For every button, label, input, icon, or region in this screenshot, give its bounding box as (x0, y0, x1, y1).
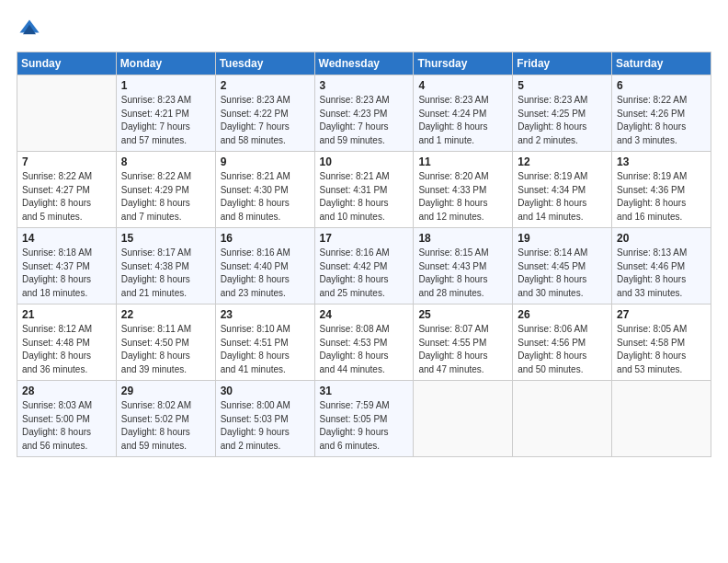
day-info: Sunrise: 8:16 AM Sunset: 4:40 PM Dayligh… (221, 247, 310, 300)
day-info: Sunrise: 8:22 AM Sunset: 4:27 PM Dayligh… (22, 170, 111, 224)
day-number: 29 (121, 385, 210, 397)
calendar-header-wednesday: Wednesday (314, 52, 414, 75)
day-info: Sunrise: 8:21 AM Sunset: 4:31 PM Dayligh… (320, 170, 409, 224)
day-info: Sunrise: 8:19 AM Sunset: 4:36 PM Dayligh… (617, 170, 706, 224)
day-number: 12 (518, 155, 607, 168)
day-number: 9 (221, 155, 310, 168)
calendar-cell: 10Sunrise: 8:21 AM Sunset: 4:31 PM Dayli… (314, 152, 414, 228)
calendar-cell: 19Sunrise: 8:14 AM Sunset: 4:45 PM Dayli… (513, 228, 612, 304)
day-info: Sunrise: 8:20 AM Sunset: 4:33 PM Dayligh… (418, 170, 507, 224)
logo (17, 17, 46, 42)
calendar-week-row: 7Sunrise: 8:22 AM Sunset: 4:27 PM Daylig… (17, 152, 711, 228)
calendar-cell: 8Sunrise: 8:22 AM Sunset: 4:29 PM Daylig… (116, 152, 215, 228)
calendar-cell: 5Sunrise: 8:23 AM Sunset: 4:25 PM Daylig… (513, 75, 612, 152)
day-info: Sunrise: 8:10 AM Sunset: 4:51 PM Dayligh… (221, 323, 310, 376)
header (17, 17, 711, 42)
day-number: 11 (418, 155, 507, 168)
day-info: Sunrise: 8:12 AM Sunset: 4:48 PM Dayligh… (22, 323, 111, 376)
day-number: 18 (418, 232, 507, 245)
calendar-cell: 18Sunrise: 8:15 AM Sunset: 4:43 PM Dayli… (414, 228, 513, 304)
calendar-cell (612, 381, 711, 457)
day-info: Sunrise: 8:07 AM Sunset: 4:55 PM Dayligh… (418, 323, 507, 376)
day-number: 7 (22, 155, 111, 168)
day-info: Sunrise: 8:11 AM Sunset: 4:50 PM Dayligh… (121, 323, 210, 376)
calendar-header-thursday: Thursday (414, 52, 513, 75)
day-number: 25 (418, 308, 507, 321)
calendar-cell: 15Sunrise: 8:17 AM Sunset: 4:38 PM Dayli… (116, 228, 215, 304)
day-number: 15 (121, 232, 210, 245)
calendar-cell (513, 381, 612, 457)
calendar-table: SundayMondayTuesdayWednesdayThursdayFrid… (17, 52, 711, 457)
day-info: Sunrise: 8:23 AM Sunset: 4:22 PM Dayligh… (221, 94, 310, 147)
day-number: 23 (221, 308, 310, 321)
day-number: 6 (617, 79, 706, 92)
day-info: Sunrise: 8:06 AM Sunset: 4:56 PM Dayligh… (518, 323, 607, 376)
day-info: Sunrise: 8:23 AM Sunset: 4:21 PM Dayligh… (121, 94, 210, 147)
calendar-cell: 3Sunrise: 8:23 AM Sunset: 4:23 PM Daylig… (314, 75, 414, 152)
day-number: 5 (518, 79, 607, 92)
day-info: Sunrise: 8:18 AM Sunset: 4:37 PM Dayligh… (22, 247, 111, 300)
day-number: 24 (320, 308, 409, 321)
day-number: 14 (22, 232, 111, 245)
day-number: 10 (320, 155, 409, 168)
day-info: Sunrise: 8:21 AM Sunset: 4:30 PM Dayligh… (221, 170, 310, 224)
calendar-header-friday: Friday (513, 52, 612, 75)
calendar-cell: 23Sunrise: 8:10 AM Sunset: 4:51 PM Dayli… (215, 304, 314, 381)
day-info: Sunrise: 8:16 AM Sunset: 4:42 PM Dayligh… (320, 247, 409, 300)
calendar-cell: 26Sunrise: 8:06 AM Sunset: 4:56 PM Dayli… (513, 304, 612, 381)
day-number: 20 (617, 232, 706, 245)
day-number: 26 (518, 308, 607, 321)
day-info: Sunrise: 8:08 AM Sunset: 4:53 PM Dayligh… (320, 323, 409, 376)
calendar-cell: 24Sunrise: 8:08 AM Sunset: 4:53 PM Dayli… (314, 304, 414, 381)
day-info: Sunrise: 8:15 AM Sunset: 4:43 PM Dayligh… (418, 247, 507, 300)
day-info: Sunrise: 8:23 AM Sunset: 4:24 PM Dayligh… (418, 94, 507, 147)
day-info: Sunrise: 8:19 AM Sunset: 4:34 PM Dayligh… (518, 170, 607, 224)
calendar-week-row: 21Sunrise: 8:12 AM Sunset: 4:48 PM Dayli… (17, 304, 711, 381)
calendar-cell: 17Sunrise: 8:16 AM Sunset: 4:42 PM Dayli… (314, 228, 414, 304)
calendar-cell: 20Sunrise: 8:13 AM Sunset: 4:46 PM Dayli… (612, 228, 711, 304)
calendar-cell: 11Sunrise: 8:20 AM Sunset: 4:33 PM Dayli… (414, 152, 513, 228)
calendar-cell: 9Sunrise: 8:21 AM Sunset: 4:30 PM Daylig… (215, 152, 314, 228)
calendar-cell: 28Sunrise: 8:03 AM Sunset: 5:00 PM Dayli… (17, 381, 117, 457)
calendar-header-row: SundayMondayTuesdayWednesdayThursdayFrid… (17, 52, 711, 75)
calendar-week-row: 14Sunrise: 8:18 AM Sunset: 4:37 PM Dayli… (17, 228, 711, 304)
calendar-cell (414, 381, 513, 457)
day-info: Sunrise: 8:05 AM Sunset: 4:58 PM Dayligh… (617, 323, 706, 376)
calendar-cell: 22Sunrise: 8:11 AM Sunset: 4:50 PM Dayli… (116, 304, 215, 381)
calendar-cell: 7Sunrise: 8:22 AM Sunset: 4:27 PM Daylig… (17, 152, 117, 228)
calendar-cell: 30Sunrise: 8:00 AM Sunset: 5:03 PM Dayli… (215, 381, 314, 457)
day-number: 13 (617, 155, 706, 168)
day-info: Sunrise: 8:22 AM Sunset: 4:29 PM Dayligh… (121, 170, 210, 224)
calendar-cell (17, 75, 117, 152)
day-number: 27 (617, 308, 706, 321)
day-number: 21 (22, 308, 111, 321)
calendar-cell: 4Sunrise: 8:23 AM Sunset: 4:24 PM Daylig… (414, 75, 513, 152)
day-number: 1 (121, 79, 210, 92)
calendar-cell: 2Sunrise: 8:23 AM Sunset: 4:22 PM Daylig… (215, 75, 314, 152)
day-number: 28 (22, 385, 111, 397)
calendar-cell: 21Sunrise: 8:12 AM Sunset: 4:48 PM Dayli… (17, 304, 117, 381)
calendar-week-row: 28Sunrise: 8:03 AM Sunset: 5:00 PM Dayli… (17, 381, 711, 457)
calendar-cell: 29Sunrise: 8:02 AM Sunset: 5:02 PM Dayli… (116, 381, 215, 457)
calendar-cell: 12Sunrise: 8:19 AM Sunset: 4:34 PM Dayli… (513, 152, 612, 228)
day-number: 3 (320, 79, 409, 92)
day-info: Sunrise: 8:00 AM Sunset: 5:03 PM Dayligh… (221, 399, 310, 453)
calendar-header-tuesday: Tuesday (215, 52, 314, 75)
day-number: 8 (121, 155, 210, 168)
day-number: 16 (221, 232, 310, 245)
calendar-cell: 27Sunrise: 8:05 AM Sunset: 4:58 PM Dayli… (612, 304, 711, 381)
day-number: 17 (320, 232, 409, 245)
calendar-header-saturday: Saturday (612, 52, 711, 75)
calendar-header-sunday: Sunday (17, 52, 117, 75)
day-number: 30 (221, 385, 310, 397)
day-info: Sunrise: 8:22 AM Sunset: 4:26 PM Dayligh… (617, 94, 706, 147)
calendar-cell: 13Sunrise: 8:19 AM Sunset: 4:36 PM Dayli… (612, 152, 711, 228)
calendar-cell: 6Sunrise: 8:22 AM Sunset: 4:26 PM Daylig… (612, 75, 711, 152)
day-number: 22 (121, 308, 210, 321)
calendar-week-row: 1Sunrise: 8:23 AM Sunset: 4:21 PM Daylig… (17, 75, 711, 152)
day-info: Sunrise: 8:23 AM Sunset: 4:25 PM Dayligh… (518, 94, 607, 147)
calendar-cell: 25Sunrise: 8:07 AM Sunset: 4:55 PM Dayli… (414, 304, 513, 381)
day-number: 2 (221, 79, 310, 92)
calendar-cell: 14Sunrise: 8:18 AM Sunset: 4:37 PM Dayli… (17, 228, 117, 304)
day-number: 19 (518, 232, 607, 245)
